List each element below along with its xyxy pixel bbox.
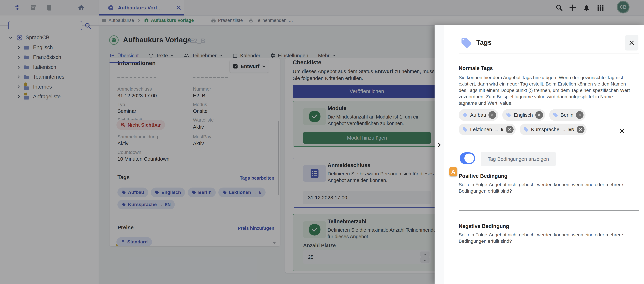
drawer-title: Tags — [476, 39, 492, 46]
tags-drawer: Tags Normale Tags Sie können hier dem An… — [434, 25, 644, 284]
positive-condition-text: Soll ein Folge-Angebot nicht gebucht wer… — [459, 182, 632, 194]
negative-condition-text: Soll ein Folge-Angebot nicht gebucht wer… — [459, 232, 632, 245]
toggle-knob — [464, 154, 474, 163]
tag-icon — [506, 112, 512, 118]
arrow-icon: → — [562, 127, 566, 132]
clear-tags-icon[interactable] — [618, 126, 626, 136]
app-root: Aufbaukurs Vorl… CB Aufbaukurse Aufbauku… — [0, 0, 644, 284]
drawer-panel: Tags Normale Tags Sie können hier dem An… — [444, 25, 644, 284]
remove-tag-icon[interactable] — [577, 126, 584, 133]
divider — [459, 210, 638, 211]
tag-chip: Aufbau — [459, 109, 498, 121]
remove-tag-icon[interactable] — [576, 111, 584, 119]
tag-chip: Lektionen → 5 — [459, 124, 516, 135]
tag-icon — [462, 112, 468, 118]
normal-tags-heading: Normale Tags — [459, 65, 493, 71]
negative-condition-heading: Negative Bedingung — [459, 223, 509, 229]
drawer-collapse-strip — [434, 25, 444, 284]
tag-chip: Kurssprache → EN — [520, 124, 587, 135]
tag-icon — [460, 37, 472, 49]
remove-tag-icon[interactable] — [535, 111, 543, 119]
chevron-right-icon — [436, 142, 442, 148]
tags-input-underline — [459, 141, 638, 141]
tag-icon — [462, 127, 468, 132]
close-drawer-button[interactable] — [625, 35, 638, 50]
toggle-label: Tag Bedingungen anzeigen — [481, 152, 556, 166]
positive-condition-heading: Positive Bedingung — [459, 173, 507, 179]
tag-icon — [553, 112, 558, 118]
remove-tag-icon[interactable] — [506, 126, 514, 133]
tag-icon — [523, 127, 529, 132]
tags-description: Sie können hier dem Angebot Tags hinzufü… — [459, 74, 632, 106]
tag-chip: Berlin — [549, 109, 586, 121]
tags-input-chips[interactable]: Aufbau Englisch Berlin Lektionen → — [459, 109, 627, 135]
remove-tag-icon[interactable] — [488, 111, 496, 119]
arrow-icon: → — [494, 127, 498, 132]
divider — [459, 53, 638, 54]
close-icon — [629, 40, 635, 46]
tag-chip: Englisch — [502, 109, 545, 121]
tag-conditions-toggle[interactable] — [460, 152, 475, 164]
divider — [459, 263, 638, 263]
annotation-badge: A — [450, 167, 457, 176]
collapse-drawer-button[interactable] — [436, 140, 443, 150]
